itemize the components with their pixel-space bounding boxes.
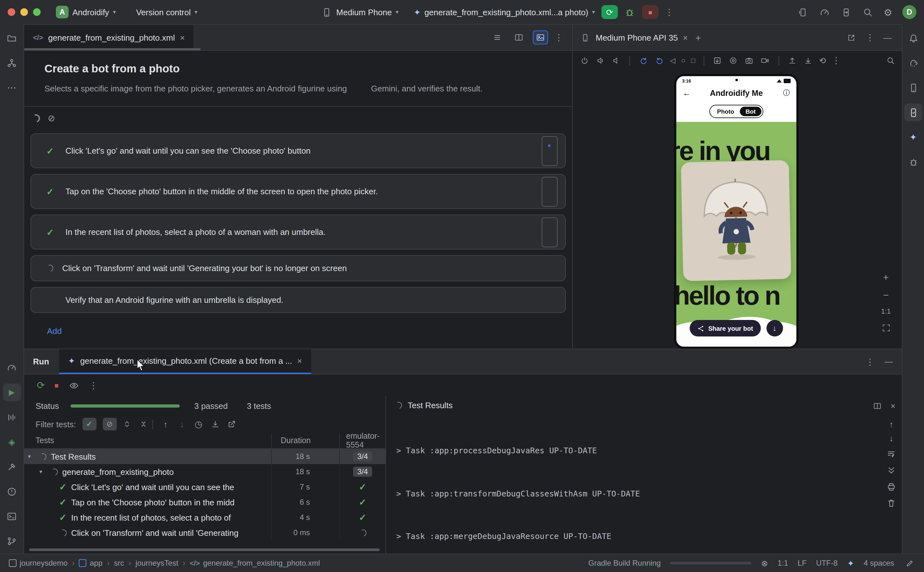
problems-tool-icon[interactable] <box>3 482 21 500</box>
search-icon[interactable] <box>862 6 874 18</box>
journey-step[interactable]: Verify that an Android figurine with an … <box>31 287 566 313</box>
close-window-button[interactable] <box>8 8 15 16</box>
test-tree-row[interactable]: Click on 'Transform' and wait until 'Gen… <box>24 525 386 540</box>
breadcrumb-item[interactable]: </>generate_from_existing_photo.xml <box>190 559 320 567</box>
power-icon[interactable] <box>579 55 590 65</box>
journey-step[interactable]: ✓ Click 'Let's go' and wait until you ca… <box>31 133 566 168</box>
push-file-icon[interactable] <box>787 55 798 65</box>
chevron-down-icon[interactable]: ▾ <box>39 468 48 475</box>
gemini-status-icon[interactable]: ✦ <box>847 558 854 568</box>
project-selector[interactable]: A Androidify ▾ <box>56 6 116 19</box>
journey-step[interactable]: Click on 'Transform' and wait until 'Gen… <box>31 255 566 281</box>
scroll-to-top-icon[interactable]: ↑ <box>890 420 893 429</box>
notifications-icon[interactable] <box>904 29 922 47</box>
journey-step[interactable]: ✓ In the recent list of photos, select a… <box>31 214 566 250</box>
device-streaming-icon[interactable] <box>797 6 809 18</box>
android-back-button[interactable]: ◁ <box>670 56 675 64</box>
collapse-all-icon[interactable] <box>137 418 149 431</box>
screen-record-icon[interactable] <box>728 55 739 65</box>
chevron-down-icon[interactable]: ▾ <box>28 453 37 460</box>
split-console-icon[interactable] <box>872 400 883 411</box>
test-history-icon[interactable]: ◷ <box>192 418 205 431</box>
editor-preview-view-icon[interactable] <box>533 31 548 44</box>
editor-tab[interactable]: </> generate_from_existing_photo.xml × <box>24 25 194 50</box>
phone-info-button[interactable]: ⓘ <box>780 88 790 98</box>
phone-back-button[interactable]: ← <box>683 88 693 98</box>
caret-position-widget[interactable]: 1:1 <box>778 559 788 567</box>
show-ignored-toggle[interactable]: ⊘ <box>103 418 117 431</box>
gradle-build-status[interactable]: Gradle Build Running <box>588 559 661 567</box>
print-icon[interactable] <box>886 481 897 492</box>
editor-code-view-icon[interactable] <box>490 31 505 44</box>
zoom-level-label[interactable]: 1:1 <box>881 307 891 315</box>
test-tree-row[interactable]: ▾Test Results 18 s 3/4 <box>24 449 386 464</box>
write-access-icon[interactable] <box>904 557 915 569</box>
stop-button[interactable]: ■ <box>642 5 658 19</box>
running-devices-icon[interactable] <box>904 104 922 121</box>
vcs-widget[interactable]: Version control ▾ <box>136 7 198 17</box>
test-tree-row[interactable]: ▾generate_from_existing_photo 18 s 3/4 <box>24 464 386 479</box>
emulator-screen[interactable]: 3:16 ← Androidify Me ⓘ Photo Bot <box>675 75 798 348</box>
build-tool-icon[interactable] <box>3 458 21 476</box>
open-in-window-icon[interactable] <box>845 32 857 43</box>
test-tree-row[interactable]: ✓Tap on the 'Choose photo' button in the… <box>24 494 386 510</box>
test-tree-row[interactable]: ✓Click 'Let's go' and wait until you can… <box>24 479 386 494</box>
minimize-window-button[interactable] <box>20 8 28 16</box>
breadcrumb-item[interactable]: src <box>114 559 124 567</box>
run-toolbar-more-icon[interactable]: ⋮ <box>89 381 98 390</box>
clear-console-icon[interactable] <box>886 498 897 508</box>
close-icon[interactable]: × <box>891 401 895 410</box>
app-quality-insights-icon[interactable] <box>904 153 922 171</box>
settings-icon[interactable]: ⚙ <box>884 7 892 17</box>
version-control-tool-icon[interactable] <box>3 532 21 550</box>
journey-step[interactable]: ✓ Tap on the 'Choose photo' button in th… <box>31 174 566 209</box>
rotate-right-icon[interactable] <box>654 55 664 65</box>
video-icon[interactable] <box>760 55 770 65</box>
coverage-tool-icon[interactable]: ◈ <box>3 433 21 451</box>
run-configuration-selector[interactable]: ✦ generate_from_existing_photo.xml...a p… <box>414 7 595 17</box>
test-tree-row[interactable]: ✓In the recent list of photos, select a … <box>24 510 386 525</box>
step-screenshot-thumbnail[interactable] <box>542 217 558 247</box>
import-test-results-icon[interactable] <box>208 418 221 431</box>
run-panel-more-icon[interactable]: ⋮ <box>866 357 874 366</box>
debug-button[interactable] <box>624 6 636 18</box>
next-failed-icon[interactable]: ↓ <box>176 418 188 431</box>
zoom-window-button[interactable] <box>33 8 40 16</box>
project-tool-icon[interactable] <box>3 29 21 47</box>
tests-column-header[interactable]: Tests <box>24 436 271 445</box>
profiler-icon[interactable] <box>819 6 830 18</box>
device-selector[interactable]: Medium Phone ▾ <box>321 6 398 18</box>
device-column-header[interactable]: emulator-5554 <box>339 433 386 448</box>
step-screenshot-thumbnail[interactable] <box>542 136 558 166</box>
editor-more-icon[interactable]: ⋮ <box>554 33 563 42</box>
line-separator-widget[interactable]: LF <box>798 559 807 567</box>
show-passed-toggle[interactable]: ✓ <box>82 418 96 431</box>
breadcrumb-item[interactable]: journeysTest <box>135 559 179 567</box>
device-manager-icon[interactable] <box>904 79 922 96</box>
device-tab[interactable]: Medium Phone API 35 × <box>579 32 688 43</box>
suspend-icon[interactable]: ⊘ <box>48 113 55 123</box>
indent-widget[interactable]: 4 spaces <box>864 559 894 567</box>
scroll-down-icon[interactable]: ↓ <box>890 434 893 443</box>
zoom-in-button[interactable]: + <box>883 272 889 283</box>
minimize-panel-icon[interactable]: — <box>885 358 893 366</box>
logcat-tool-icon[interactable] <box>3 408 21 426</box>
close-icon[interactable]: × <box>683 33 688 42</box>
camera-icon[interactable] <box>744 55 754 65</box>
install-apk-icon[interactable] <box>803 55 814 65</box>
more-tool-windows-icon[interactable]: ⋯ <box>3 79 21 96</box>
breadcrumb-item[interactable]: app <box>79 559 103 567</box>
snapshot-restore-icon[interactable]: ⟲ <box>819 56 826 64</box>
volume-up-icon[interactable] <box>595 55 605 65</box>
add-step-button[interactable]: Add <box>47 326 62 336</box>
step-screenshot-thumbnail[interactable] <box>542 177 558 206</box>
watch-icon[interactable] <box>68 380 79 391</box>
download-bot-button[interactable]: ↓ <box>767 320 783 336</box>
device-toolbar-more-icon[interactable]: ⋮ <box>832 56 840 65</box>
profiler-tool-icon[interactable] <box>3 359 21 376</box>
screenshot-icon[interactable] <box>712 55 723 65</box>
avatar[interactable]: D <box>902 5 916 19</box>
horizontal-scrollbar[interactable] <box>29 549 380 551</box>
toggle-bot-option[interactable]: Bot <box>740 107 761 116</box>
device-more-icon[interactable]: ⋮ <box>866 33 874 42</box>
